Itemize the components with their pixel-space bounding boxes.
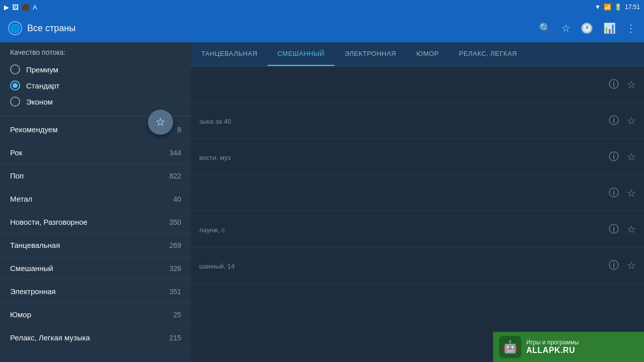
radio-economy-label: Эконом	[26, 98, 53, 106]
station-actions-3: ⓘ ☆	[609, 150, 636, 163]
info-button-5[interactable]: ⓘ	[609, 222, 619, 236]
station-row-6[interactable]: шанный, 14 ⓘ ☆	[191, 247, 644, 284]
genre-name-news: Новости, Разговорное	[10, 218, 88, 226]
favorites-button[interactable]: ☆	[561, 22, 571, 34]
star-button-5[interactable]: ☆	[627, 223, 636, 235]
station-actions-6: ⓘ ☆	[609, 258, 636, 272]
quality-section: Качество потока: Премиум Стандарт Эконом	[0, 42, 191, 116]
station-actions-2: ⓘ ☆	[609, 114, 636, 127]
station-desc-3: вости, муз	[199, 154, 609, 161]
genre-name-recommend: Рекомендуем	[10, 125, 57, 134]
battery-icon: 🔋	[614, 4, 622, 11]
info-button-6[interactable]: ⓘ	[609, 258, 619, 272]
stats-button[interactable]: 📊	[603, 22, 616, 34]
allapk-icon: 🤖	[499, 336, 521, 358]
genre-item-dance[interactable]: Танцевальная 269	[0, 234, 191, 257]
radio-economy[interactable]: Эконом	[10, 94, 181, 110]
tab-elektronnaya[interactable]: ЭЛЕКТРОННАЯ	[335, 42, 406, 66]
header-title: Все страны	[27, 23, 75, 34]
search-button[interactable]: 🔍	[539, 22, 551, 34]
station-actions-4: ⓘ ☆	[609, 186, 636, 200]
info-button-2[interactable]: ⓘ	[609, 114, 619, 127]
genre-name-mixed: Смешанный	[10, 264, 53, 273]
genre-count-rok: 344	[170, 149, 181, 157]
tab-smeshannyy[interactable]: СМЕШАННЫЙ	[268, 42, 335, 66]
genre-item-humor[interactable]: Юмор 25	[0, 303, 191, 326]
radio-standard[interactable]: Стандарт	[10, 77, 181, 94]
station-info-5: лаунж, с	[199, 224, 609, 234]
genre-item-news[interactable]: Новости, Разговорное 350	[0, 211, 191, 234]
genre-item-mixed[interactable]: Смешанный 326	[0, 257, 191, 280]
star-button-1[interactable]: ☆	[627, 78, 636, 90]
info-button-1[interactable]: ⓘ	[609, 77, 619, 91]
tabs-bar: ТАНЦЕВАЛЬНАЯ СМЕШАННЫЙ ЭЛЕКТРОННАЯ ЮМОР …	[191, 42, 644, 66]
star-button-3[interactable]: ☆	[627, 151, 636, 163]
radio-premium[interactable]: Премиум	[10, 61, 181, 77]
radio-standard-circle	[10, 80, 20, 90]
genre-name-metal: Метал	[10, 195, 32, 203]
history-button[interactable]: 🕐	[581, 22, 593, 34]
globe-icon: 🌐	[8, 21, 22, 35]
genre-count-metal: 40	[173, 195, 181, 203]
radio-economy-circle	[10, 97, 20, 107]
app-header: 🌐 Все страны 🔍 ☆ 🕐 📊 ⋮	[0, 14, 644, 42]
station-info-2: зыка за 40	[199, 116, 609, 125]
allapk-line1: Игры и программы	[526, 339, 579, 346]
favorites-fab[interactable]: ☆	[148, 110, 173, 135]
station-row-5[interactable]: лаунж, с ⓘ ☆	[191, 211, 644, 247]
info-button-3[interactable]: ⓘ	[609, 150, 619, 163]
genre-count-electronic: 351	[170, 288, 181, 296]
header-left: 🌐 Все страны	[8, 21, 199, 35]
genre-name-dance: Танцевальная	[10, 241, 60, 249]
station-row-3[interactable]: вости, муз ⓘ ☆	[191, 139, 644, 175]
more-button[interactable]: ⋮	[626, 22, 636, 34]
info-button-4[interactable]: ⓘ	[609, 186, 619, 200]
time-display: 17:51	[625, 4, 640, 11]
genre-count-humor: 25	[173, 311, 181, 319]
wifi-icon: ▼	[595, 4, 601, 11]
play-icon: ▶	[4, 4, 9, 11]
signal-icon: 📶	[604, 4, 611, 11]
gallery-icon: ⬛	[22, 4, 30, 11]
status-bar: ▶ 🖼 ⬛ A ▼ 📶 🔋 17:51	[0, 0, 644, 14]
star-button-4[interactable]: ☆	[627, 187, 636, 199]
genre-count-dance: 269	[170, 241, 181, 249]
header-actions: 🔍 ☆ 🕐 📊 ⋮	[199, 22, 636, 34]
station-info-3: вости, муз	[199, 152, 609, 161]
genre-name-humor: Юмор	[10, 310, 31, 319]
genre-item-relax[interactable]: Релакс, Легкая музыка 215	[0, 326, 191, 349]
sidebar: Качество потока: Премиум Стандарт Эконом…	[0, 14, 191, 362]
allapk-text: Игры и программы ALLAPK.RU	[526, 339, 579, 355]
station-row-4[interactable]: ⓘ ☆	[191, 175, 644, 211]
station-info-6: шанный, 14	[199, 260, 609, 270]
star-icon: ☆	[155, 116, 166, 129]
station-actions-1: ⓘ ☆	[609, 77, 636, 91]
accessibility-icon: A	[33, 4, 37, 11]
genre-item-rok[interactable]: Рок 344	[0, 141, 191, 164]
radio-standard-label: Стандарт	[26, 81, 59, 90]
genre-item-metal[interactable]: Метал 40	[0, 188, 191, 211]
genre-count-pop: 822	[170, 172, 181, 180]
star-button-2[interactable]: ☆	[627, 115, 636, 127]
tab-dancevalnaya[interactable]: ТАНЦЕВАЛЬНАЯ	[191, 42, 268, 66]
station-desc-2: зыка за 40	[199, 118, 609, 125]
station-desc-6: шанный, 14	[199, 262, 609, 270]
status-bar-right: ▼ 📶 🔋 17:51	[595, 4, 640, 11]
genre-count-recommend: 8	[177, 126, 181, 134]
genre-count-news: 350	[170, 218, 181, 226]
station-info-1	[199, 83, 609, 85]
allapk-line2: ALLAPK.RU	[526, 346, 579, 355]
genre-count-mixed: 326	[170, 264, 181, 273]
station-row-2[interactable]: зыка за 40 ⓘ ☆	[191, 103, 644, 139]
allapk-banner[interactable]: 🤖 Игры и программы ALLAPK.RU	[493, 332, 644, 362]
genre-item-pop[interactable]: Поп 822	[0, 164, 191, 188]
tab-yumor[interactable]: ЮМОР	[407, 42, 449, 66]
genre-count-relax: 215	[170, 334, 181, 342]
genre-item-electronic[interactable]: Электронная 351	[0, 280, 191, 303]
genre-list: Рекомендуем 8 Рок 344 Поп 822 Метал 40 Н…	[0, 116, 191, 349]
station-row-1[interactable]: ⓘ ☆	[191, 66, 644, 103]
quality-label: Качество потока:	[10, 48, 181, 56]
genre-name-relax: Релакс, Легкая музыка	[10, 333, 90, 342]
star-button-6[interactable]: ☆	[627, 259, 636, 272]
tab-relaks[interactable]: РЕЛАКС, ЛЕГКАЯ	[449, 42, 527, 66]
